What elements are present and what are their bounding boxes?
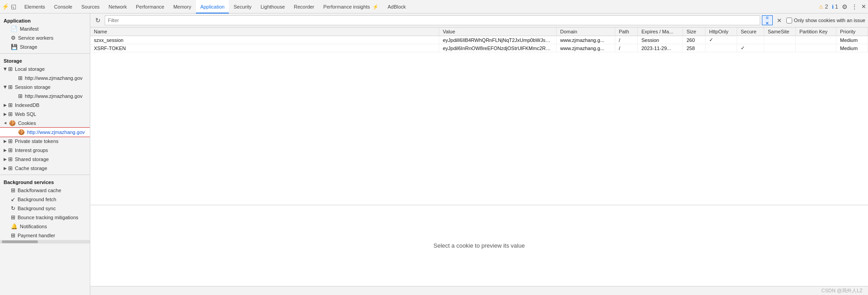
bg-sync-icon: ↻ (11, 205, 15, 212)
show-issues-label[interactable]: Only show cookies with an issue (786, 18, 865, 23)
filter-icon-button[interactable]: ≡× (762, 15, 773, 25)
sidebar-item-interest-groups[interactable]: ▶ ⊞ Interest groups (0, 146, 90, 155)
table-header-row: Name Value Domain Path Expires / Ma... S… (90, 28, 868, 36)
tab-elements[interactable]: Elements (20, 0, 50, 14)
sidebar-item-back-forward[interactable]: ⊞ Back/forward cache (0, 186, 90, 195)
web-sql-arrow: ▶ (4, 112, 7, 116)
clear-filter-button[interactable]: ✕ (775, 15, 784, 25)
col-header-domain[interactable]: Domain (557, 28, 615, 36)
cell-row1-col4: 2023-11-29... (638, 44, 683, 52)
session-storage-url-label: http://www.zjmazhang.gov (25, 93, 83, 99)
more-icon[interactable]: ⋮ (851, 3, 858, 10)
local-storage-label: Local storage (15, 66, 45, 72)
storage-label: Storage (20, 44, 37, 50)
sidebar-item-local-storage-url[interactable]: ⊞ http://www.zjmazhang.gov (0, 74, 90, 83)
local-storage-url-label: http://www.zjmazhang.gov (25, 75, 83, 81)
sidebar-item-bounce-tracking[interactable]: ⊞ Bounce tracking mitigations (0, 213, 90, 222)
divider-2 (0, 175, 90, 175)
col-header-priority[interactable]: Priority (836, 28, 868, 36)
tab-console[interactable]: Console (50, 0, 77, 14)
back-forward-icon: ⊞ (11, 187, 15, 194)
cell-row1-col8 (764, 44, 796, 52)
tab-security[interactable]: Security (229, 0, 256, 14)
cookies-url-icon: 🍪 (18, 129, 25, 135)
info-badge: ℹ 1 (832, 3, 838, 10)
tab-performance[interactable]: Performance (131, 0, 169, 14)
manifest-icon: 📄 (11, 26, 18, 32)
show-issues-checkbox[interactable] (786, 18, 792, 23)
devtools-icon1[interactable]: ⚡ (2, 3, 9, 10)
close-devtools-icon[interactable]: ✕ (861, 3, 866, 10)
bounce-tracking-icon: ⊞ (11, 214, 15, 221)
cache-storage-label: Cache storage (15, 166, 47, 171)
sidebar-item-bg-sync[interactable]: ↻ Background sync (0, 204, 90, 213)
tab-sources[interactable]: Sources (77, 0, 104, 14)
col-header-value[interactable]: Value (439, 28, 557, 36)
private-state-icon: ⊞ (8, 138, 13, 144)
preview-area: Select a cookie to preview its value (90, 205, 868, 286)
sidebar-item-indexeddb[interactable]: ▶ ⊞ IndexedDB (0, 101, 90, 110)
tab-memory[interactable]: Memory (169, 0, 196, 14)
tab-performance-insights[interactable]: Performance insights ⚡ (319, 0, 383, 14)
sidebar-item-cookies[interactable]: ▼ 🍪 Cookies (0, 119, 90, 128)
refresh-button[interactable]: ↻ (93, 15, 103, 25)
sidebar-item-session-storage-url[interactable]: ⊞ http://www.zjmazhang.gov (0, 92, 90, 101)
filter-icon: ≡× (766, 15, 768, 26)
devtools-icon2[interactable]: ◱ (11, 3, 16, 10)
cell-row0-col6: ✓ (706, 36, 737, 44)
sidebar-item-session-storage[interactable]: ▶ ⊞ Session storage (0, 83, 90, 92)
table-row[interactable]: szxx_sessioneyJpdilI6IlB4RWhQRnFLNjNqT2J… (90, 36, 868, 44)
tab-recorder[interactable]: Recorder (289, 0, 319, 14)
settings-icon[interactable]: ⚙ (842, 3, 848, 10)
storage-icon: 💾 (11, 44, 18, 50)
cell-row1-col0: XSRF-TOKEN (90, 44, 439, 52)
sidebar-item-service-workers[interactable]: ⚙ Service workers (0, 33, 90, 42)
sidebar-item-private-state[interactable]: ▶ ⊞ Private state tokens (0, 137, 90, 146)
sidebar-item-bg-fetch[interactable]: ↙ Background fetch (0, 195, 90, 204)
application-section-title: Application (0, 15, 90, 24)
sidebar-item-shared-storage[interactable]: ▶ ⊞ Shared storage (0, 155, 90, 164)
sidebar-item-notifications[interactable]: 🔔 Notifications (0, 222, 90, 231)
col-header-partition[interactable]: Partition Key (796, 28, 836, 36)
indexeddb-icon: ⊞ (8, 102, 13, 108)
storage-section-title: Storage (0, 55, 90, 65)
tab-adblock[interactable]: AdBlock (383, 0, 410, 14)
cell-row0-col0: szxx_session (90, 36, 439, 44)
tab-right-controls: ⚠ 2 ℹ 1 ⚙ ⋮ ✕ (819, 3, 866, 10)
cell-row1-col9 (796, 44, 836, 52)
cell-row0-col1: eyJpdilI6IlB4RWhQRnFLNjNqT2JxUmp0bWJsVHc… (439, 36, 557, 44)
shared-storage-icon: ⊞ (8, 156, 13, 162)
cell-row1-col2: www.zjmazhang.g... (557, 44, 615, 52)
sidebar-item-manifest[interactable]: 📄 Manifest (0, 24, 90, 33)
bounce-tracking-label: Bounce tracking mitigations (18, 215, 79, 220)
payment-handler-label: Payment handler (18, 233, 55, 238)
bg-fetch-label: Background fetch (18, 197, 56, 202)
col-header-path[interactable]: Path (615, 28, 638, 36)
col-header-expires[interactable]: Expires / Ma... (638, 28, 683, 36)
sidebar-item-local-storage[interactable]: ▶ ⊞ Local storage (0, 65, 90, 74)
table-row[interactable]: XSRF-TOKENeyJpdil6InRnOW8reEFONzdjOStrUl… (90, 44, 868, 52)
sidebar-item-cookies-url[interactable]: 🍪 http://www.zjmazhang.gov (0, 128, 90, 137)
sidebar-item-web-sql[interactable]: ▶ ⊞ Web SQL (0, 110, 90, 119)
cell-row1-col10: Medium (836, 44, 868, 52)
col-header-name[interactable]: Name (90, 28, 439, 36)
sidebar-item-storage[interactable]: 💾 Storage (0, 42, 90, 51)
col-header-samesite[interactable]: SameSite (764, 28, 796, 36)
sidebar-item-payment-handler[interactable]: ⊞ Payment handler (0, 231, 90, 240)
sidebar-scrollbar[interactable] (0, 240, 90, 244)
col-header-size[interactable]: Size (683, 28, 706, 36)
tab-network[interactable]: Network (104, 0, 131, 14)
divider-1 (0, 53, 90, 54)
sidebar-item-cache-storage[interactable]: ▶ ⊞ Cache storage (0, 164, 90, 173)
tab-application[interactable]: Application (196, 0, 229, 14)
indexeddb-arrow: ▶ (4, 103, 7, 107)
cell-row1-col3: / (615, 44, 638, 52)
filter-input[interactable] (105, 15, 760, 25)
watermark: CSDN @局外人LZ (822, 287, 863, 294)
col-header-httponly[interactable]: HttpOnly (706, 28, 737, 36)
col-header-secure[interactable]: Secure (737, 28, 764, 36)
tab-lighthouse[interactable]: Lighthouse (256, 0, 289, 14)
session-storage-label: Session storage (15, 84, 51, 90)
warning-badge: ⚠ 2 (819, 3, 828, 10)
cell-row0-col4: Session (638, 36, 683, 44)
